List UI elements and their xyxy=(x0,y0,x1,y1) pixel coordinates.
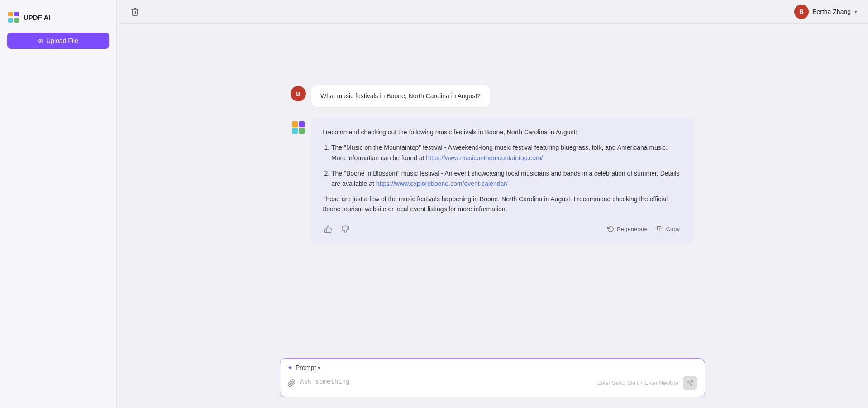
regenerate-icon xyxy=(607,226,614,232)
user-name: Bertha Zhang xyxy=(812,8,851,15)
thumbs-up-icon xyxy=(324,225,332,233)
ai-bubble: I recommend checking out the following m… xyxy=(311,118,694,244)
chat-input[interactable] xyxy=(300,378,593,389)
svg-rect-5 xyxy=(299,121,305,127)
regenerate-button[interactable]: Regenerate xyxy=(604,224,651,234)
updf-logo-icon xyxy=(7,11,20,24)
copy-button[interactable]: Copy xyxy=(653,224,683,234)
festival-link-1[interactable]: https://www.musiconthemountaintop.com/ xyxy=(426,154,543,161)
topbar: B Bertha Zhang ▾ xyxy=(117,0,868,24)
svg-rect-0 xyxy=(8,12,13,16)
sparkle-icon: ✦ xyxy=(287,364,293,371)
upload-plus-icon: ⊕ xyxy=(38,37,43,44)
svg-rect-1 xyxy=(14,12,19,16)
ai-message: I recommend checking out the following m… xyxy=(291,118,694,244)
send-icon xyxy=(687,380,694,387)
thumbs-down-icon xyxy=(341,225,349,233)
ai-actions-right: Regenerate Copy xyxy=(604,224,683,234)
ai-avatar xyxy=(291,120,306,135)
ai-actions: Regenerate Copy xyxy=(322,222,683,235)
trash-icon xyxy=(130,7,139,16)
chat-area: B What music festivals in Boone, North C… xyxy=(117,24,868,351)
upload-file-button[interactable]: ⊕ Upload File xyxy=(7,33,109,49)
input-area: ✦ Prompt ▾ Enter Send; Shift + Enter New… xyxy=(117,351,868,408)
svg-rect-4 xyxy=(292,121,298,127)
logo-area: UPDF AI xyxy=(7,7,109,27)
send-button[interactable] xyxy=(683,376,697,390)
ai-actions-left xyxy=(322,223,351,235)
attach-button[interactable] xyxy=(287,379,296,387)
list-item: The "Boone in Blossom" music festival - … xyxy=(331,168,683,189)
svg-rect-8 xyxy=(659,228,663,232)
input-hint: Enter Send; Shift + Enter Newline xyxy=(597,380,678,386)
user-bubble: What music festivals in Boone, North Car… xyxy=(311,85,490,107)
paperclip-icon xyxy=(287,379,296,387)
user-menu[interactable]: B Bertha Zhang ▾ xyxy=(794,5,857,19)
thumbs-down-button[interactable] xyxy=(339,223,351,235)
user-message: B What music festivals in Boone, North C… xyxy=(291,85,694,107)
svg-rect-2 xyxy=(8,18,13,23)
ai-logo-icon xyxy=(291,120,306,135)
app-name: UPDF AI xyxy=(24,14,50,21)
input-field-row: Enter Send; Shift + Enter Newline xyxy=(280,371,705,397)
chevron-down-icon: ▾ xyxy=(854,9,857,15)
topbar-left xyxy=(128,5,142,19)
trash-button[interactable] xyxy=(128,5,142,19)
prompt-chevron-icon: ▾ xyxy=(318,365,320,371)
thumbs-up-button[interactable] xyxy=(322,223,334,235)
ai-outro: These are just a few of the music festiv… xyxy=(322,194,683,214)
spacer xyxy=(291,38,694,74)
input-toolbar: ✦ Prompt ▾ xyxy=(280,359,705,371)
ai-list: The "Music on the Mountaintop" festival … xyxy=(322,142,683,189)
copy-icon xyxy=(657,226,663,232)
festival-link-2[interactable]: https://www.exploreboone.com/event-calen… xyxy=(376,180,508,187)
prompt-button[interactable]: Prompt ▾ xyxy=(296,364,320,371)
user-avatar: B xyxy=(794,5,809,19)
user-avatar-small: B xyxy=(291,86,306,101)
list-item: The "Music on the Mountaintop" festival … xyxy=(331,142,683,163)
svg-rect-6 xyxy=(292,128,298,134)
chat-content: B What music festivals in Boone, North C… xyxy=(280,38,705,244)
input-box: ✦ Prompt ▾ Enter Send; Shift + Enter New… xyxy=(280,358,705,397)
ai-intro: I recommend checking out the following m… xyxy=(322,127,683,137)
svg-rect-3 xyxy=(14,18,19,23)
main-content: B Bertha Zhang ▾ B What music festivals … xyxy=(117,0,868,408)
sidebar: UPDF AI ⊕ Upload File xyxy=(0,0,117,408)
svg-rect-7 xyxy=(299,128,305,134)
